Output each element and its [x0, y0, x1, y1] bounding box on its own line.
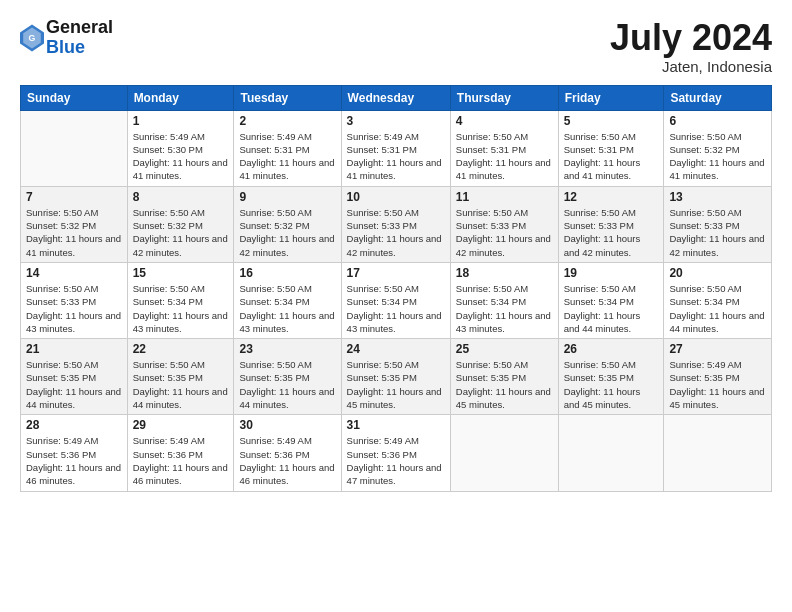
day-detail: Sunrise: 5:50 AMSunset: 5:31 PMDaylight:… [456, 130, 553, 183]
day-number: 9 [239, 190, 335, 204]
calendar-cell: 8Sunrise: 5:50 AMSunset: 5:32 PMDaylight… [127, 186, 234, 262]
day-number: 29 [133, 418, 229, 432]
day-number: 23 [239, 342, 335, 356]
day-number: 24 [347, 342, 445, 356]
day-number: 28 [26, 418, 122, 432]
col-header-sunday: Sunday [21, 85, 128, 110]
day-detail: Sunrise: 5:50 AMSunset: 5:32 PMDaylight:… [26, 206, 122, 259]
calendar-cell [21, 110, 128, 186]
calendar-cell: 10Sunrise: 5:50 AMSunset: 5:33 PMDayligh… [341, 186, 450, 262]
calendar-cell: 12Sunrise: 5:50 AMSunset: 5:33 PMDayligh… [558, 186, 664, 262]
col-header-friday: Friday [558, 85, 664, 110]
day-number: 22 [133, 342, 229, 356]
day-detail: Sunrise: 5:49 AMSunset: 5:36 PMDaylight:… [239, 434, 335, 487]
day-detail: Sunrise: 5:50 AMSunset: 5:35 PMDaylight:… [133, 358, 229, 411]
calendar-week-row: 21Sunrise: 5:50 AMSunset: 5:35 PMDayligh… [21, 339, 772, 415]
day-detail: Sunrise: 5:50 AMSunset: 5:34 PMDaylight:… [239, 282, 335, 335]
day-number: 4 [456, 114, 553, 128]
day-number: 5 [564, 114, 659, 128]
day-number: 10 [347, 190, 445, 204]
calendar-week-row: 7Sunrise: 5:50 AMSunset: 5:32 PMDaylight… [21, 186, 772, 262]
calendar-cell: 27Sunrise: 5:49 AMSunset: 5:35 PMDayligh… [664, 339, 772, 415]
day-number: 30 [239, 418, 335, 432]
day-detail: Sunrise: 5:50 AMSunset: 5:32 PMDaylight:… [669, 130, 766, 183]
logo-text: General Blue [46, 18, 113, 58]
calendar-cell: 30Sunrise: 5:49 AMSunset: 5:36 PMDayligh… [234, 415, 341, 491]
col-header-thursday: Thursday [450, 85, 558, 110]
day-detail: Sunrise: 5:50 AMSunset: 5:35 PMDaylight:… [26, 358, 122, 411]
day-detail: Sunrise: 5:50 AMSunset: 5:35 PMDaylight:… [456, 358, 553, 411]
day-number: 18 [456, 266, 553, 280]
calendar-cell: 7Sunrise: 5:50 AMSunset: 5:32 PMDaylight… [21, 186, 128, 262]
day-detail: Sunrise: 5:50 AMSunset: 5:35 PMDaylight:… [347, 358, 445, 411]
month-year-title: July 2024 [610, 18, 772, 58]
day-number: 31 [347, 418, 445, 432]
day-detail: Sunrise: 5:50 AMSunset: 5:33 PMDaylight:… [456, 206, 553, 259]
day-number: 21 [26, 342, 122, 356]
calendar-cell: 5Sunrise: 5:50 AMSunset: 5:31 PMDaylight… [558, 110, 664, 186]
day-detail: Sunrise: 5:50 AMSunset: 5:31 PMDaylight:… [564, 130, 659, 183]
calendar-week-row: 28Sunrise: 5:49 AMSunset: 5:36 PMDayligh… [21, 415, 772, 491]
day-detail: Sunrise: 5:50 AMSunset: 5:34 PMDaylight:… [133, 282, 229, 335]
calendar-cell: 29Sunrise: 5:49 AMSunset: 5:36 PMDayligh… [127, 415, 234, 491]
calendar-cell [558, 415, 664, 491]
day-detail: Sunrise: 5:49 AMSunset: 5:36 PMDaylight:… [347, 434, 445, 487]
calendar-cell: 28Sunrise: 5:49 AMSunset: 5:36 PMDayligh… [21, 415, 128, 491]
calendar-cell: 11Sunrise: 5:50 AMSunset: 5:33 PMDayligh… [450, 186, 558, 262]
calendar-cell: 9Sunrise: 5:50 AMSunset: 5:32 PMDaylight… [234, 186, 341, 262]
day-number: 14 [26, 266, 122, 280]
day-number: 12 [564, 190, 659, 204]
day-detail: Sunrise: 5:49 AMSunset: 5:36 PMDaylight:… [133, 434, 229, 487]
logo: G General Blue [20, 18, 113, 58]
day-detail: Sunrise: 5:50 AMSunset: 5:34 PMDaylight:… [564, 282, 659, 335]
calendar-week-row: 14Sunrise: 5:50 AMSunset: 5:33 PMDayligh… [21, 262, 772, 338]
calendar-week-row: 1Sunrise: 5:49 AMSunset: 5:30 PMDaylight… [21, 110, 772, 186]
logo-general: General [46, 18, 113, 38]
calendar-cell: 25Sunrise: 5:50 AMSunset: 5:35 PMDayligh… [450, 339, 558, 415]
calendar-table: SundayMondayTuesdayWednesdayThursdayFrid… [20, 85, 772, 492]
calendar-header-row: SundayMondayTuesdayWednesdayThursdayFrid… [21, 85, 772, 110]
calendar-cell: 6Sunrise: 5:50 AMSunset: 5:32 PMDaylight… [664, 110, 772, 186]
day-detail: Sunrise: 5:50 AMSunset: 5:33 PMDaylight:… [669, 206, 766, 259]
day-detail: Sunrise: 5:49 AMSunset: 5:30 PMDaylight:… [133, 130, 229, 183]
calendar-cell: 22Sunrise: 5:50 AMSunset: 5:35 PMDayligh… [127, 339, 234, 415]
day-detail: Sunrise: 5:50 AMSunset: 5:35 PMDaylight:… [564, 358, 659, 411]
day-number: 13 [669, 190, 766, 204]
day-detail: Sunrise: 5:50 AMSunset: 5:32 PMDaylight:… [239, 206, 335, 259]
day-number: 27 [669, 342, 766, 356]
calendar-cell: 21Sunrise: 5:50 AMSunset: 5:35 PMDayligh… [21, 339, 128, 415]
day-detail: Sunrise: 5:50 AMSunset: 5:35 PMDaylight:… [239, 358, 335, 411]
col-header-tuesday: Tuesday [234, 85, 341, 110]
day-number: 25 [456, 342, 553, 356]
day-detail: Sunrise: 5:50 AMSunset: 5:33 PMDaylight:… [564, 206, 659, 259]
calendar-page: G General Blue July 2024 Jaten, Indonesi… [0, 0, 792, 612]
day-detail: Sunrise: 5:50 AMSunset: 5:32 PMDaylight:… [133, 206, 229, 259]
day-number: 11 [456, 190, 553, 204]
calendar-cell: 31Sunrise: 5:49 AMSunset: 5:36 PMDayligh… [341, 415, 450, 491]
title-block: July 2024 Jaten, Indonesia [610, 18, 772, 75]
day-number: 15 [133, 266, 229, 280]
calendar-cell: 24Sunrise: 5:50 AMSunset: 5:35 PMDayligh… [341, 339, 450, 415]
calendar-cell [450, 415, 558, 491]
calendar-cell: 2Sunrise: 5:49 AMSunset: 5:31 PMDaylight… [234, 110, 341, 186]
day-number: 3 [347, 114, 445, 128]
calendar-cell: 3Sunrise: 5:49 AMSunset: 5:31 PMDaylight… [341, 110, 450, 186]
calendar-cell [664, 415, 772, 491]
calendar-cell: 1Sunrise: 5:49 AMSunset: 5:30 PMDaylight… [127, 110, 234, 186]
general-blue-icon: G [20, 24, 44, 52]
day-detail: Sunrise: 5:49 AMSunset: 5:31 PMDaylight:… [347, 130, 445, 183]
day-number: 8 [133, 190, 229, 204]
calendar-cell: 4Sunrise: 5:50 AMSunset: 5:31 PMDaylight… [450, 110, 558, 186]
calendar-cell: 13Sunrise: 5:50 AMSunset: 5:33 PMDayligh… [664, 186, 772, 262]
day-detail: Sunrise: 5:49 AMSunset: 5:35 PMDaylight:… [669, 358, 766, 411]
day-number: 19 [564, 266, 659, 280]
col-header-wednesday: Wednesday [341, 85, 450, 110]
svg-text:G: G [29, 33, 36, 43]
header: G General Blue July 2024 Jaten, Indonesi… [20, 18, 772, 75]
day-detail: Sunrise: 5:50 AMSunset: 5:33 PMDaylight:… [347, 206, 445, 259]
day-number: 17 [347, 266, 445, 280]
logo-blue: Blue [46, 38, 113, 58]
calendar-cell: 26Sunrise: 5:50 AMSunset: 5:35 PMDayligh… [558, 339, 664, 415]
day-detail: Sunrise: 5:49 AMSunset: 5:36 PMDaylight:… [26, 434, 122, 487]
day-detail: Sunrise: 5:50 AMSunset: 5:34 PMDaylight:… [347, 282, 445, 335]
